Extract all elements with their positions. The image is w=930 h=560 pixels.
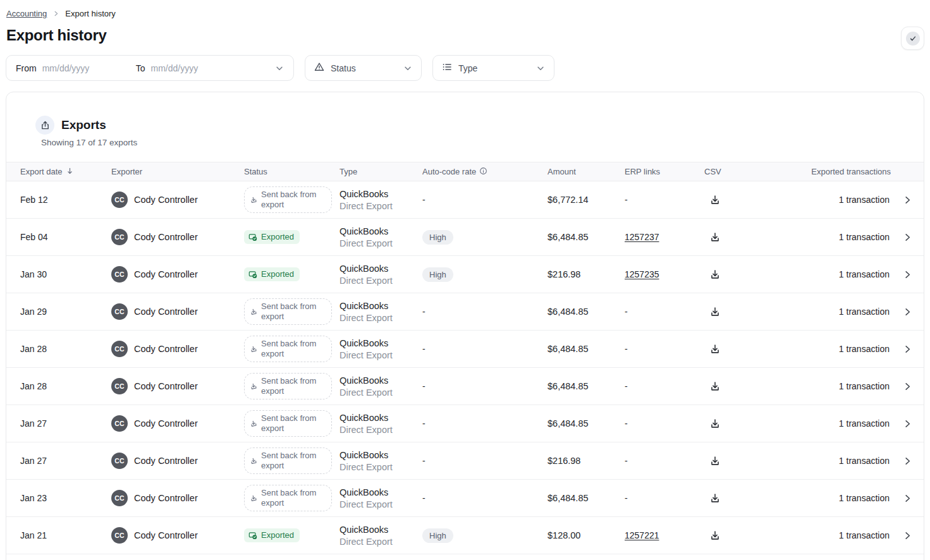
table-row[interactable]: Feb 04 CC Cody Controller Exported Quick…	[6, 219, 924, 256]
type-line2: Direct Export	[340, 425, 422, 435]
exporter-name: Cody Controller	[134, 344, 198, 354]
avatar: CC	[111, 490, 128, 506]
table-row[interactable]: Jan 21 CC Cody Controller Exported Quick…	[6, 517, 924, 554]
row-chevron-right-icon[interactable]	[903, 195, 912, 205]
csv-download-button[interactable]	[708, 417, 722, 430]
status-badge-sent-back: Sent back from export	[244, 336, 332, 363]
row-chevron-right-icon[interactable]	[903, 270, 912, 279]
erp-links-cell: 1257221	[625, 530, 704, 540]
type-line1: QuickBooks	[340, 189, 422, 199]
type-line2: Direct Export	[340, 238, 422, 248]
row-chevron-right-icon[interactable]	[903, 419, 912, 429]
type-filter-dropdown[interactable]: Type	[432, 55, 554, 81]
table-row[interactable]: Jan 28 CC Cody Controller Sent back from…	[6, 368, 924, 405]
row-chevron-right-icon[interactable]	[903, 456, 912, 466]
from-date-input[interactable]	[42, 63, 136, 73]
status-badge-sent-back: Sent back from export	[244, 186, 332, 214]
exporter-name: Cody Controller	[134, 456, 198, 466]
table-row[interactable]: Jan 28 CC Cody Controller Sent back from…	[6, 331, 924, 368]
amount-cell: $6,772.14	[548, 195, 625, 205]
status-badge-sent-back: Sent back from export	[244, 373, 332, 400]
exported-check-icon	[248, 270, 257, 279]
export-date-cell: Jan 28	[20, 344, 111, 354]
sent-back-icon	[249, 456, 258, 465]
exported-transactions-cell: 1 transaction	[768, 493, 914, 503]
list-icon	[442, 62, 452, 74]
status-cell: Sent back from export	[244, 298, 340, 326]
csv-cell	[704, 267, 768, 281]
auto-code-rate-value: -	[422, 195, 425, 205]
csv-download-button[interactable]	[708, 230, 722, 244]
csv-download-button[interactable]	[708, 528, 722, 542]
table-row[interactable]: Jan 30 CC Cody Controller Exported Quick…	[6, 256, 924, 293]
type-line2: Direct Export	[340, 537, 422, 547]
csv-download-button[interactable]	[708, 491, 722, 505]
download-icon	[709, 269, 721, 280]
status-cell: Exported	[244, 230, 340, 244]
date-range-filter[interactable]: From To	[6, 55, 294, 81]
type-line1: QuickBooks	[340, 413, 422, 423]
from-label: From	[16, 63, 37, 73]
col-exported-transactions: Exported transactions	[768, 167, 914, 176]
row-chevron-right-icon[interactable]	[903, 233, 912, 242]
auto-code-rate-cell: -	[422, 493, 548, 503]
status-badge-exported: Exported	[244, 267, 300, 281]
erp-links-cell: -	[625, 195, 704, 205]
table-row[interactable]: Jan 23 CC Cody Controller Sent back from…	[6, 480, 924, 517]
erp-link: -	[625, 344, 628, 354]
csv-download-button[interactable]	[708, 454, 722, 468]
type-filter-label: Type	[458, 63, 477, 73]
table-row[interactable]: Feb 12 CC Cody Controller Sent back from…	[6, 181, 924, 219]
exported-transactions-cell: 1 transaction	[768, 530, 914, 540]
type-cell: QuickBooks Direct Export	[340, 338, 422, 360]
table-row[interactable]: Jan 27 CC Cody Controller Sent back from…	[6, 442, 924, 480]
table-row[interactable]: Jan 27 CC Cody Controller Sent back from…	[6, 405, 924, 442]
avatar: CC	[111, 415, 128, 432]
row-chevron-right-icon[interactable]	[903, 307, 912, 317]
row-chevron-right-icon[interactable]	[903, 344, 912, 354]
erp-links-cell: -	[625, 344, 704, 354]
export-date-cell: Jan 29	[20, 307, 111, 317]
col-export-date[interactable]: Export date	[20, 167, 111, 177]
download-icon	[709, 530, 721, 541]
erp-link[interactable]: 1257237	[625, 232, 659, 242]
status-cell: Exported	[244, 528, 340, 542]
chevron-down-icon	[403, 64, 412, 73]
exporter-name: Cody Controller	[134, 232, 198, 242]
auto-code-rate-cell: -	[422, 344, 548, 354]
csv-download-button[interactable]	[708, 379, 722, 393]
row-chevron-right-icon[interactable]	[903, 531, 912, 540]
status-cell: Sent back from export	[244, 373, 340, 400]
type-line2: Direct Export	[340, 350, 422, 360]
tasks-complete-button[interactable]	[901, 27, 924, 50]
type-cell: QuickBooks Direct Export	[340, 189, 422, 211]
info-icon[interactable]	[479, 167, 487, 177]
table-body: Feb 12 CC Cody Controller Sent back from…	[6, 181, 924, 554]
status-filter-label: Status	[331, 63, 356, 73]
type-line2: Direct Export	[340, 276, 422, 286]
to-date-input[interactable]	[150, 63, 275, 73]
csv-download-button[interactable]	[708, 267, 722, 281]
panel-title: Exports	[61, 118, 106, 132]
csv-cell	[704, 379, 768, 393]
csv-download-button[interactable]	[708, 305, 722, 319]
amount-cell: $6,484.85	[548, 344, 625, 354]
erp-link[interactable]: 1257221	[625, 530, 659, 540]
status-cell: Sent back from export	[244, 447, 340, 475]
col-status: Status	[244, 167, 340, 176]
exporter-cell: CC Cody Controller	[111, 192, 244, 208]
type-cell: QuickBooks Direct Export	[340, 264, 422, 286]
type-cell: QuickBooks Direct Export	[340, 450, 422, 472]
status-badge-sent-back: Sent back from export	[244, 447, 332, 475]
csv-download-button[interactable]	[708, 342, 722, 356]
table-row[interactable]: Jan 29 CC Cody Controller Sent back from…	[6, 293, 924, 331]
exporter-cell: CC Cody Controller	[111, 527, 244, 544]
status-filter-dropdown[interactable]: Status	[305, 55, 422, 81]
row-chevron-right-icon[interactable]	[903, 494, 912, 503]
row-chevron-right-icon[interactable]	[903, 382, 912, 391]
csv-download-button[interactable]	[708, 193, 722, 207]
csv-cell	[704, 454, 768, 468]
breadcrumb-accounting-link[interactable]: Accounting	[6, 9, 47, 18]
erp-link[interactable]: 1257235	[625, 269, 659, 279]
transactions-count: 1 transaction	[839, 344, 890, 354]
